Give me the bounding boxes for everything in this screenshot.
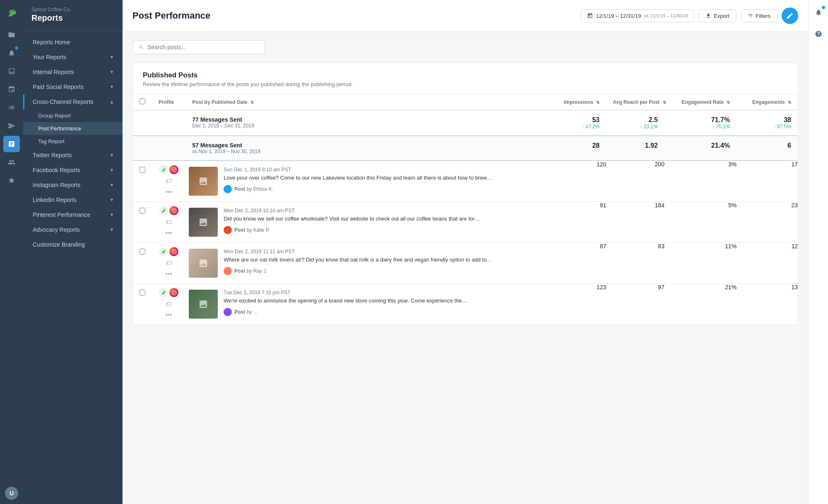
- summary-avgreach-val: 2.5: [613, 116, 658, 124]
- right-notification-badge: [822, 6, 825, 9]
- sidebar-item-instagram[interactable]: Instagram Reports ▼: [23, 178, 123, 192]
- sidebar-item-pinterest[interactable]: Pinterest Performance ▼: [23, 207, 123, 222]
- compose-button[interactable]: [782, 7, 798, 24]
- sidebar: Sprout Coffee Co. Reports Reports Home Y…: [23, 0, 123, 504]
- post-engagements: 17: [737, 161, 798, 202]
- post-text: We're excited to announce the opening of…: [224, 297, 546, 305]
- page-header: Post Performance 12/1/19 – 12/31/19 vs 1…: [123, 0, 808, 32]
- post-checkbox[interactable]: [140, 208, 145, 214]
- rail-icon-inbox[interactable]: [3, 63, 20, 79]
- post-info: Mon Dec 2, 2019 11:11 am PST Where are o…: [224, 249, 546, 275]
- post-checkbox[interactable]: [140, 167, 145, 173]
- chevron-icon: ▼: [109, 167, 114, 173]
- rail-icon-people[interactable]: [3, 154, 20, 170]
- sidebar-item-linkedin[interactable]: LinkedIn Reports ▼: [23, 192, 123, 207]
- rail-icon-folder[interactable]: [3, 26, 20, 43]
- date-range-button[interactable]: 12/1/19 – 12/31/19 vs 11/1/19 – 11/30/19: [581, 10, 694, 22]
- rail-icon-pin[interactable]: [3, 81, 20, 98]
- post-engagements: 12: [737, 243, 798, 284]
- tag-icon[interactable]: 🏷: [166, 178, 172, 185]
- search-bar: [132, 40, 265, 54]
- export-button[interactable]: Export: [698, 10, 737, 22]
- filters-button[interactable]: Filters: [741, 10, 777, 22]
- chevron-icon: ▼: [109, 182, 114, 188]
- coffee-platform-icon: [159, 288, 168, 297]
- sidebar-item-facebook[interactable]: Facebook Reports ▼: [23, 163, 123, 178]
- sidebar-item-paid-social[interactable]: Paid Social Reports ▼: [23, 79, 123, 94]
- more-options-icon[interactable]: •••: [165, 188, 172, 196]
- tag-icon[interactable]: 🏷: [166, 218, 172, 226]
- sort-icon[interactable]: ⇅: [663, 100, 666, 105]
- post-impressions: 120: [549, 161, 606, 202]
- coffee-platform-icon: [159, 165, 168, 174]
- header-actions: 12/1/19 – 12/31/19 vs 11/1/19 – 11/30/19…: [581, 7, 798, 24]
- post-engagement-rate: 21%: [664, 284, 737, 325]
- more-options-icon[interactable]: •••: [165, 270, 172, 278]
- right-rail-notifications[interactable]: [811, 5, 826, 20]
- sidebar-header: Sprout Coffee Co. Reports: [23, 0, 123, 31]
- sidebar-item-internal-reports[interactable]: Internal Reports ▼: [23, 65, 123, 79]
- th-avg-reach: Avg Reach per Post ⇅: [606, 94, 664, 110]
- select-all-checkbox[interactable]: [140, 98, 145, 104]
- coffee-platform-icon: [159, 247, 168, 256]
- sidebar-item-cross-channel[interactable]: Cross-Channel Reports ▲: [23, 94, 123, 109]
- post-content: Mon Dec 2, 2019 11:11 am PST Where are o…: [189, 249, 546, 278]
- summary-prev-row: 57 Messages Sent vs Nov 1, 2019 – Nov 30…: [133, 136, 798, 161]
- date-range-text: 12/1/19 – 12/31/19: [596, 13, 641, 19]
- content-area: Published Posts Review the lifetime perf…: [123, 32, 808, 504]
- post-text: Did you know we sell our coffee wholesal…: [224, 215, 546, 223]
- post-author: Post by ...: [224, 308, 546, 316]
- post-thumbnail: [189, 249, 218, 278]
- more-options-icon[interactable]: •••: [165, 311, 172, 319]
- summary-prev-daterange: vs Nov 1, 2019 – Nov 30, 2019: [192, 149, 542, 154]
- post-author-label: Post by Ray J.: [234, 268, 267, 274]
- summary-current-label: 77 Messages Sent: [192, 116, 542, 123]
- rail-icon-sprout[interactable]: [3, 5, 20, 22]
- sort-icon[interactable]: ⇅: [596, 100, 599, 105]
- sidebar-subitem-group-report[interactable]: Group Report: [23, 109, 123, 122]
- instagram-platform-icon: [169, 206, 178, 215]
- post-author: Post by Katie P.: [224, 226, 546, 234]
- sidebar-item-customize-branding[interactable]: Customize Branding: [23, 237, 123, 252]
- more-options-icon[interactable]: •••: [165, 229, 172, 237]
- sort-icon[interactable]: ⇅: [727, 100, 730, 105]
- sidebar-subitem-tag-report[interactable]: Tag Report: [23, 135, 123, 148]
- card-description: Review the lifetime performance of the p…: [143, 81, 788, 87]
- user-avatar-rail[interactable]: U: [3, 487, 20, 504]
- sidebar-item-reports-home[interactable]: Reports Home: [23, 35, 123, 50]
- summary-engrate-change: ↑ 70.1%: [671, 124, 730, 130]
- summary-impressions-change: ↑ 47.2%: [556, 124, 599, 130]
- table-header-row: Profile Post by Published Date ⇅ Impress…: [133, 94, 798, 110]
- search-input[interactable]: [147, 44, 259, 50]
- summary-avgreach-change: ↑ 23.1%: [613, 124, 658, 130]
- sidebar-item-advocacy[interactable]: Advocacy Reports ▼: [23, 222, 123, 237]
- sidebar-item-your-reports[interactable]: Your Reports ▼: [23, 50, 123, 65]
- sidebar-subitem-post-performance[interactable]: Post Performance: [23, 122, 123, 135]
- sort-icon[interactable]: ⇅: [250, 100, 254, 105]
- post-checkbox[interactable]: [140, 249, 145, 254]
- tag-icon[interactable]: 🏷: [166, 300, 172, 308]
- rail-icon-analytics[interactable]: [3, 136, 20, 152]
- post-checkbox[interactable]: [140, 290, 145, 295]
- sort-icon[interactable]: ⇅: [788, 100, 791, 105]
- th-engagement-rate: Engagement Rate ⇅: [664, 94, 737, 110]
- rail-icon-list[interactable]: [3, 99, 20, 116]
- th-impressions: Impressions ⇅: [549, 94, 606, 110]
- tag-icon[interactable]: 🏷: [166, 259, 172, 267]
- rail-icon-notifications[interactable]: [3, 45, 20, 61]
- posts-table: Profile Post by Published Date ⇅ Impress…: [133, 94, 798, 324]
- summary-engrate-val: 71.7%: [671, 116, 730, 124]
- sidebar-item-twitter[interactable]: Twitter Reports ▼: [23, 148, 123, 163]
- post-avg-reach: 83: [606, 243, 664, 284]
- right-rail-help[interactable]: [811, 26, 826, 41]
- section-title: Reports: [31, 13, 114, 23]
- rail-icon-star[interactable]: [3, 172, 20, 189]
- post-avg-reach: 200: [606, 161, 664, 202]
- rail-icon-send[interactable]: [3, 118, 20, 134]
- notification-badge: [15, 46, 18, 50]
- chevron-icon: ▼: [109, 69, 114, 75]
- post-content: Tue Dec 3, 2019 7:15 pm PST We're excite…: [189, 290, 546, 319]
- post-text: Love pour over coffee? Come to our new L…: [224, 174, 546, 182]
- post-info: Sun Dec 1, 2019 8:10 am PST Love pour ov…: [224, 167, 546, 193]
- th-engagements: Engagements ⇅: [737, 94, 798, 110]
